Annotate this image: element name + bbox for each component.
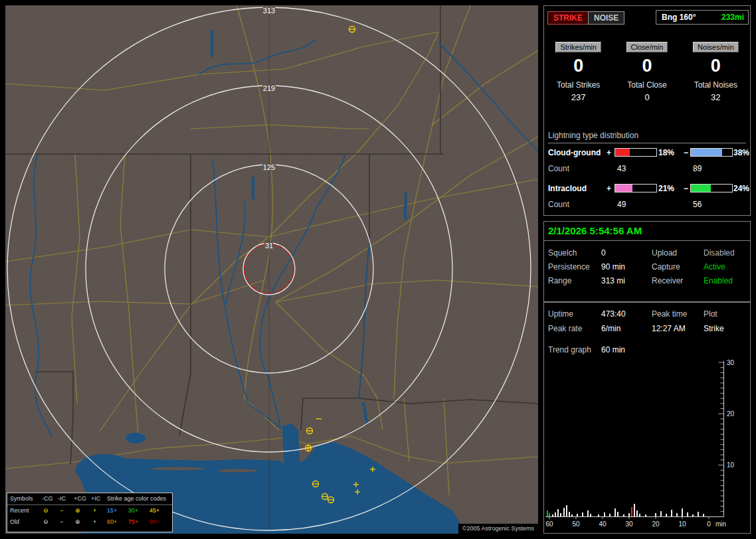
noises-per-min-button[interactable]: Noises/min — [693, 42, 738, 52]
svg-text:60: 60 — [545, 520, 553, 528]
strikes-per-min-value: 0 — [544, 56, 613, 75]
age-code-75: 75+ — [128, 518, 138, 525]
count-label: Count — [548, 164, 569, 173]
receiver-status: Enabled — [704, 276, 733, 285]
ic-pos-count: 49 — [617, 200, 626, 209]
app-window: 31321912531 Symbols -CG -IC +CG +IC Stri… — [0, 0, 756, 539]
trend-x-labels: 6050403020100min — [545, 520, 726, 528]
svg-text:10: 10 — [678, 520, 686, 528]
status-panel: 2/1/2026 5:54:56 AM Squelch 0 Upload Dis… — [543, 221, 751, 302]
peak-time-label: Peak time — [652, 309, 687, 319]
ic-neg-count: 56 — [693, 200, 702, 209]
panel-divider — [544, 240, 750, 241]
minus-sign: − — [684, 184, 688, 193]
persistence-label: Persistence — [548, 262, 590, 271]
map-canvas[interactable]: 31321912531 Symbols -CG -IC +CG +IC Stri… — [5, 5, 538, 534]
persistence-value: 90 min — [601, 262, 625, 271]
svg-text:10: 10 — [727, 461, 735, 469]
trend-bars — [547, 504, 704, 516]
legend-col-cg-neg: -CG — [42, 495, 53, 502]
strike-button[interactable]: STRIKE — [547, 11, 589, 25]
total-close-value: 0 — [613, 92, 681, 102]
close-per-min-value: 0 — [613, 56, 681, 75]
legend-row-recent-label: Recent — [10, 507, 29, 514]
minus-sign: − — [684, 148, 688, 157]
age-code-15: 15+ — [107, 507, 117, 514]
capture-label: Capture — [652, 262, 680, 271]
ic-pos-old-icon: + — [93, 518, 96, 525]
count-label: Count — [548, 200, 569, 209]
svg-text:125: 125 — [263, 163, 275, 171]
legend-title: Symbols — [10, 495, 33, 502]
age-code-30: 30+ — [128, 507, 138, 514]
legend-col-ic-neg: -IC — [58, 495, 66, 502]
cg-neg-bar — [690, 148, 733, 157]
distribution-title: Lightning type distribution — [548, 131, 746, 143]
trend-axis-ticks — [549, 362, 723, 519]
stats-row: Peak rate 6/min 12:27 AM Strike — [544, 324, 750, 335]
cg-neg-bar-fill — [691, 149, 722, 156]
cloud-ground-row: Cloud-ground + 18% − 38% — [544, 148, 750, 157]
cloud-ground-label: Cloud-ground — [548, 148, 601, 157]
range-value: 313 mi — [601, 276, 625, 285]
peak-rate-value: 6/min — [601, 324, 620, 333]
uptime-value: 473:40 — [601, 309, 626, 319]
ic-neg-bar-fill — [691, 185, 711, 192]
counter-noises: Noises/min 0 Total Noises 32 — [682, 40, 750, 102]
legend-col-cg-pos: +CG — [74, 495, 86, 502]
svg-text:0: 0 — [707, 520, 711, 528]
intracloud-row: Intracloud + 21% − 24% — [544, 184, 750, 193]
cg-pos-count: 43 — [617, 164, 626, 173]
trend-graph: 302010 6050403020100min — [545, 360, 745, 531]
total-noises-label: Total Noises — [682, 80, 750, 90]
total-noises-value: 32 — [682, 92, 750, 102]
ic-neg-old-icon: − — [60, 518, 63, 525]
peak-time-value: 12:27 AM — [652, 324, 686, 333]
squelch-label: Squelch — [548, 248, 577, 258]
legend-age-header: Strike age color codes — [107, 495, 166, 502]
plot-mode-value: Strike — [704, 324, 724, 333]
strikes-per-min-button[interactable]: Strikes/min — [555, 42, 601, 52]
capture-status: Active — [704, 262, 725, 271]
ic-pos-bar — [614, 184, 657, 193]
cloud-ground-count-row: Count 43 89 — [544, 164, 750, 173]
squelch-value: 0 — [601, 248, 606, 258]
upload-label: Upload — [652, 248, 677, 258]
settings-row: Squelch 0 Upload Disabled — [544, 248, 750, 259]
cg-neg-old-icon: ⊖ — [43, 518, 48, 525]
cg-pos-bar — [614, 148, 657, 157]
settings-row: Range 313 mi Receiver Enabled — [544, 276, 750, 287]
legend-divider — [7, 504, 172, 505]
side-panel: STRIKE NOISE Bng 160° 233mi Strikes/min … — [543, 5, 751, 534]
cg-pos-pct: 18% — [658, 148, 674, 157]
ic-neg-bar — [690, 184, 733, 193]
cg-pos-old-icon: ⊕ — [75, 518, 80, 525]
svg-text:50: 50 — [572, 520, 580, 528]
plus-sign: + — [607, 184, 611, 193]
cg-neg-icon: ⊖ — [43, 507, 48, 514]
trend-panel: Uptime 473:40 Peak time Plot Peak rate 6… — [543, 302, 751, 534]
close-per-min-button[interactable]: Close/min — [626, 42, 668, 52]
trend-graph-window: 60 min — [601, 345, 625, 354]
map-graphic: 31321912531 — [5, 5, 538, 534]
counters-panel: STRIKE NOISE Bng 160° 233mi Strikes/min … — [543, 5, 751, 216]
noise-button[interactable]: NOISE — [588, 11, 624, 25]
cg-neg-count: 89 — [693, 164, 702, 173]
ic-pos-pct: 21% — [658, 184, 674, 193]
total-strikes-value: 237 — [544, 92, 613, 102]
stats-row: Uptime 473:40 Peak time Plot — [544, 309, 750, 320]
legend-row-old-label: Old — [10, 518, 19, 525]
map-legend: Symbols -CG -IC +CG +IC Strike age color… — [7, 493, 173, 532]
svg-text:20: 20 — [652, 520, 660, 528]
svg-text:min: min — [715, 520, 726, 528]
ic-pos-icon: + — [93, 507, 96, 514]
cg-pos-bar-fill — [615, 149, 630, 156]
cg-pos-icon: ⊕ — [75, 507, 80, 514]
peak-rate-label: Peak rate — [548, 324, 582, 333]
svg-text:313: 313 — [263, 7, 275, 15]
noises-per-min-value: 0 — [682, 56, 750, 75]
uptime-label: Uptime — [548, 309, 573, 319]
ic-pos-bar-fill — [615, 185, 632, 192]
cg-neg-pct: 38% — [733, 148, 749, 157]
total-close-label: Total Close — [613, 80, 681, 90]
